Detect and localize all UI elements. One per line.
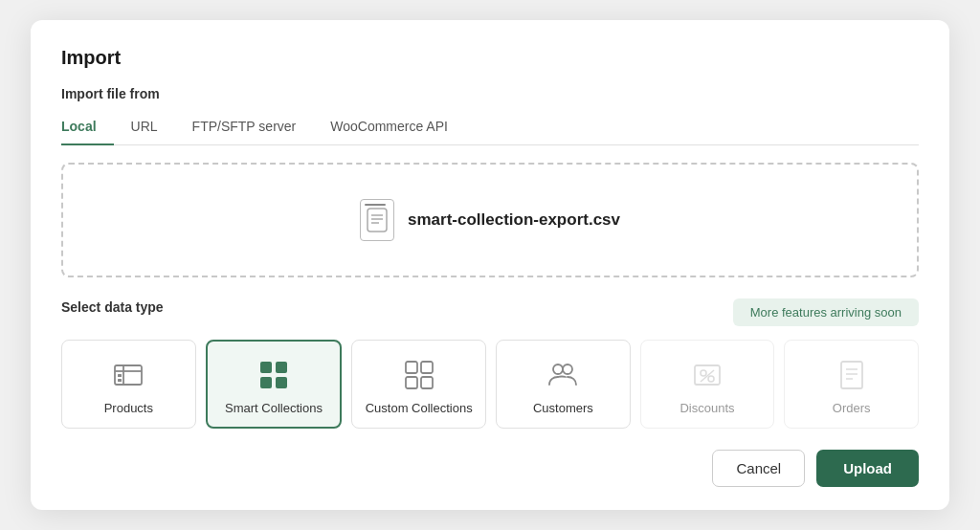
smart-collections-icon — [256, 357, 292, 393]
svg-rect-9 — [260, 362, 272, 373]
import-modal: Import Import file from Local URL FTP/SF… — [31, 20, 949, 510]
svg-rect-13 — [406, 362, 417, 373]
customers-label: Customers — [533, 401, 593, 415]
file-icon — [360, 199, 394, 241]
upload-button[interactable]: Upload — [816, 450, 919, 487]
upload-area[interactable]: smart-collection-export.csv — [61, 163, 919, 277]
custom-collections-label: Custom Collections — [366, 401, 473, 415]
orders-label: Orders — [833, 401, 871, 415]
cancel-button[interactable]: Cancel — [712, 450, 805, 487]
data-type-section: Select data type More features arriving … — [61, 298, 919, 326]
modal-footer: Cancel Upload — [61, 450, 919, 487]
svg-point-21 — [708, 376, 714, 382]
select-data-type-label: Select data type — [61, 299, 164, 315]
modal-title: Import — [61, 47, 919, 69]
data-type-card-products[interactable]: Products — [61, 340, 196, 429]
data-type-grid: Products Smart Collections — [61, 340, 919, 429]
data-type-card-custom-collections[interactable]: Custom Collections — [351, 340, 486, 429]
products-icon — [110, 357, 146, 393]
svg-rect-8 — [118, 379, 122, 382]
more-features-badge: More features arriving soon — [733, 298, 919, 326]
data-type-card-smart-collections[interactable]: Smart Collections — [206, 340, 343, 429]
tab-ftp[interactable]: FTP/SFTP server — [192, 111, 314, 145]
svg-point-17 — [553, 364, 563, 374]
orders-icon — [834, 357, 870, 393]
svg-rect-7 — [118, 374, 122, 377]
file-name: smart-collection-export.csv — [408, 210, 620, 230]
svg-point-20 — [701, 370, 706, 376]
svg-point-18 — [563, 364, 572, 374]
data-type-card-customers[interactable]: Customers — [496, 340, 631, 429]
svg-rect-19 — [695, 365, 720, 385]
svg-rect-23 — [841, 362, 862, 388]
svg-rect-10 — [276, 362, 287, 373]
svg-rect-0 — [368, 209, 387, 232]
data-type-card-orders: Orders — [784, 340, 919, 429]
products-label: Products — [104, 401, 153, 415]
tab-local[interactable]: Local — [61, 111, 114, 145]
svg-rect-16 — [421, 377, 433, 388]
svg-rect-11 — [260, 377, 272, 388]
customers-icon — [545, 357, 581, 393]
discounts-label: Discounts — [679, 401, 734, 415]
tab-woocommerce[interactable]: WooCommerce API — [330, 111, 465, 145]
tab-url[interactable]: URL — [131, 111, 175, 145]
import-tabs: Local URL FTP/SFTP server WooCommerce AP… — [61, 111, 919, 145]
smart-collections-label: Smart Collections — [225, 401, 323, 415]
discounts-icon — [689, 357, 725, 393]
custom-collections-icon — [401, 357, 437, 393]
svg-rect-14 — [421, 362, 433, 373]
svg-rect-15 — [406, 377, 417, 388]
data-type-card-discounts: Discounts — [640, 340, 775, 429]
svg-rect-12 — [276, 377, 287, 388]
import-file-label: Import file from — [61, 86, 919, 101]
